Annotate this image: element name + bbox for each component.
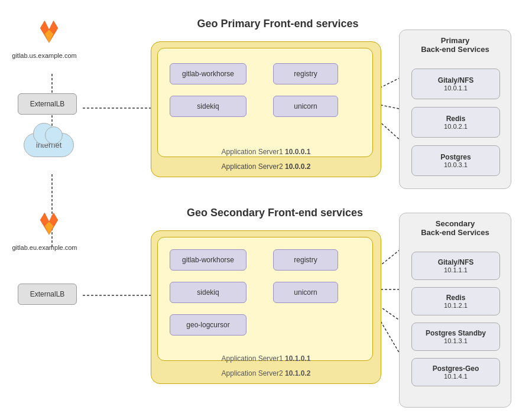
primary-backend-panel: PrimaryBack-end Services Gitaly/NFS10.0.… (399, 30, 511, 189)
gitlab-logo-secondary (34, 210, 64, 239)
secondary-frontend-outer: gitlab-workhorse registry sidekiq unicor… (151, 230, 381, 384)
secondary-backend-title: SecondaryBack-end Services (400, 219, 511, 237)
secondary-backend-postgres-geo: Postgres-Geo10.1.4.1 (411, 358, 500, 386)
ext-lb-secondary: ExternalLB (18, 284, 77, 305)
primary-backend-postgres: Postgres10.0.3.1 (411, 145, 500, 176)
ext-lb-primary: ExternalLB (18, 93, 77, 115)
secondary-backend-redis: Redis10.1.2.1 (411, 287, 500, 315)
secondary-appserver2-label: Application Server2 10.1.0.2 (151, 369, 381, 377)
primary-frontend-inner: gitlab-workhorse registry sidekiq unicor… (157, 48, 373, 157)
gitlab-secondary-label: gitlab.eu.example.com (11, 244, 79, 251)
secondary-service-workhorse: gitlab-workhorse (170, 249, 246, 271)
primary-service-unicorn: unicorn (273, 96, 338, 117)
secondary-backend-postgres-standby: Postgres Standby10.1.3.1 (411, 323, 500, 351)
primary-backend-gitaly: Gitaly/NFS10.0.1.1 (411, 69, 500, 99)
primary-section-title: Geo Primary Front-end services (154, 18, 402, 30)
primary-frontend-outer: gitlab-workhorse registry sidekiq unicor… (151, 41, 381, 177)
secondary-frontend-inner: gitlab-workhorse registry sidekiq unicor… (157, 237, 373, 361)
secondary-service-sidekiq: sidekiq (170, 282, 246, 303)
gitlab-primary-label: gitlab.us.example.com (12, 52, 77, 59)
diagram: .dline { stroke: #333; stroke-width: 1.5… (0, 0, 532, 420)
primary-backend-title: PrimaryBack-end Services (400, 36, 511, 54)
secondary-appserver1-label: Application Server1 10.1.0.1 (151, 354, 381, 363)
secondary-backend-panel: SecondaryBack-end Services Gitaly/NFS10.… (399, 213, 511, 408)
primary-service-workhorse: gitlab-workhorse (170, 63, 246, 84)
internet-cloud: internet (24, 133, 74, 157)
primary-appserver2-label: Application Server2 10.0.0.2 (151, 162, 381, 171)
secondary-section-title: Geo Secondary Front-end services (151, 207, 399, 219)
secondary-service-registry: registry (273, 249, 338, 271)
secondary-service-geo-logcursor: geo-logcursor (170, 314, 246, 336)
primary-appserver1-label: Application Server1 10.0.0.1 (151, 148, 381, 156)
secondary-backend-gitaly: Gitaly/NFS10.1.1.1 (411, 252, 500, 280)
gitlab-logo-primary (34, 18, 64, 47)
primary-service-registry: registry (273, 63, 338, 84)
primary-service-sidekiq: sidekiq (170, 96, 246, 117)
secondary-service-unicorn: unicorn (273, 282, 338, 303)
internet-label: internet (36, 141, 61, 149)
primary-backend-redis: Redis10.0.2.1 (411, 107, 500, 138)
